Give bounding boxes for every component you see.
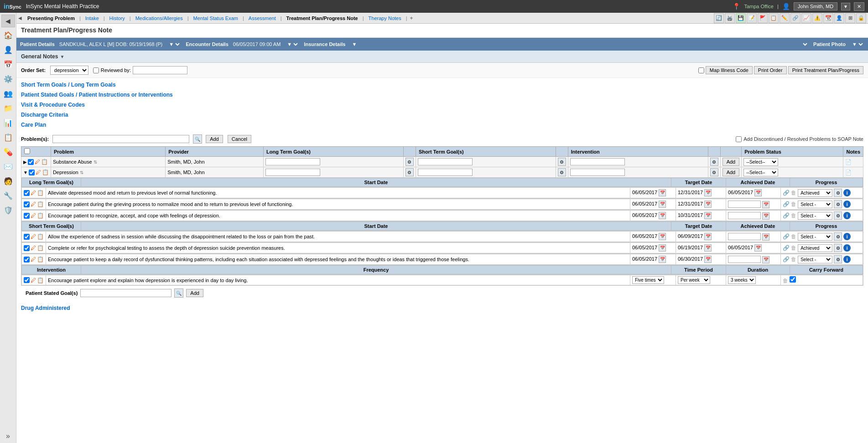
print-order-button[interactable]: Print Order [754, 66, 787, 74]
patient-goals-add-button[interactable]: Add [186, 289, 203, 297]
substance-edit-icon[interactable]: 🖊 [35, 159, 40, 165]
lt-goal3-target-cal[interactable]: 📅 [704, 212, 712, 219]
lt-goal1-edit-icon[interactable]: 🖊 [31, 190, 36, 196]
toolbar-flag-icon[interactable]: 🚩 [758, 13, 768, 23]
tab-intake[interactable]: Intake [82, 15, 103, 22]
patient-goals-search-icon[interactable]: 🔍 [174, 288, 183, 298]
st-goal3-trash-icon[interactable]: 🗑 [791, 256, 796, 263]
sidebar-shield-icon[interactable]: 🛡️ [2, 204, 15, 216]
sidebar-home-icon[interactable]: 🏠 [2, 29, 15, 41]
st-goal2-edit-icon[interactable]: 🖊 [31, 245, 36, 251]
toolbar-calendar2-icon[interactable]: 📆 [823, 13, 833, 23]
depression-intervention-input[interactable] [570, 169, 625, 176]
sidebar-gear-icon[interactable]: ⚙️ [2, 72, 15, 85]
depression-status-select[interactable]: --Select-- Achieved In Progress [743, 169, 778, 176]
nav-care-plan[interactable]: Care Plan [21, 122, 863, 128]
int1-carry-checkbox[interactable] [790, 276, 796, 283]
substance-lt-goal-cell[interactable] [264, 157, 404, 167]
discontinued-checkbox[interactable] [736, 136, 742, 142]
toolbar-chart2-icon[interactable]: 📈 [801, 13, 811, 23]
lt-goal3-copy-icon[interactable]: 📋 [37, 212, 44, 219]
depression-expand-icon[interactable]: ▼ [23, 170, 28, 175]
st-goal3-info-icon[interactable]: i [843, 256, 851, 263]
depression-lt-gear-icon[interactable]: ⚙ [405, 168, 414, 176]
int1-trash-icon[interactable]: 🗑 [783, 278, 788, 284]
st-goal3-gear-icon[interactable]: ⚙ [834, 255, 842, 263]
lt-goal3-link-icon[interactable]: 🔗 [783, 212, 790, 219]
st-goal1-start-cal[interactable]: 📅 [659, 233, 666, 240]
toolbar-lock-icon[interactable]: 🔒 [856, 13, 866, 23]
st-goal1-achieved-cal[interactable]: 📅 [762, 233, 769, 241]
sidebar-person2-icon[interactable]: 🧑 [2, 175, 15, 187]
st-goal3-start-cal[interactable]: 📅 [659, 256, 666, 263]
lt-goal2-achieved-input[interactable] [728, 201, 761, 208]
st-goal3-copy-icon[interactable]: 📋 [37, 256, 44, 263]
lt-goal3-edit-icon[interactable]: 🖊 [31, 212, 36, 219]
sidebar-settings-icon[interactable]: 🔧 [2, 189, 15, 202]
map-illness-button[interactable]: Map Illness Code [706, 66, 753, 74]
lt-goal1-achieved-cal[interactable]: 📅 [754, 189, 762, 196]
st-goal1-target-cal[interactable]: 📅 [704, 233, 712, 240]
tab-medications[interactable]: Medications/Allergies [132, 15, 187, 22]
depression-lt-goal-input[interactable] [265, 169, 320, 176]
problems-cancel-button[interactable]: Cancel [228, 135, 251, 143]
int1-copy-icon[interactable]: 📋 [37, 277, 44, 283]
st-goal3-checkbox[interactable] [24, 257, 30, 263]
toolbar-refresh-icon[interactable]: 🔄 [714, 13, 724, 23]
sidebar-mail-icon[interactable]: ✉️ [2, 160, 15, 173]
toolbar-copy-icon[interactable]: 📋 [769, 13, 779, 23]
lt-goal1-start-cal[interactable]: 📅 [659, 189, 666, 196]
substance-lt-gear-icon[interactable]: ⚙ [405, 158, 414, 166]
depression-st-gear-icon[interactable]: ⚙ [558, 168, 566, 176]
int1-frequency-select[interactable]: Five times Once Twice [632, 276, 664, 284]
int1-checkbox[interactable] [24, 277, 30, 283]
st-goal3-achieved-cal[interactable]: 📅 [762, 256, 769, 263]
problems-search-input[interactable] [52, 135, 189, 143]
patient-photo-dropdown[interactable]: ▼ [850, 41, 864, 47]
lt-goal3-gear-icon[interactable]: ⚙ [834, 211, 842, 220]
select-all-checkbox[interactable] [24, 148, 30, 154]
close-window-button[interactable]: ✕ [854, 2, 864, 11]
toolbar-link-icon[interactable]: 🔗 [790, 13, 800, 23]
user-dropdown-button[interactable]: ▼ [841, 3, 850, 10]
lt-goal2-checkbox[interactable] [24, 201, 30, 207]
sidebar-calendar-icon[interactable]: 📅 [2, 58, 15, 71]
toolbar-note-icon[interactable]: 📝 [747, 13, 757, 23]
lt-goal2-progress-select[interactable]: Select - Achieved In Progress [798, 201, 832, 208]
depression-int-gear-icon[interactable]: ⚙ [710, 168, 718, 176]
lt-goal1-copy-icon[interactable]: 📋 [37, 190, 44, 196]
problems-search-icon-btn[interactable]: 🔍 [193, 134, 202, 144]
st-goal1-progress-select[interactable]: Select - Achieved In Progress [798, 233, 832, 241]
sidebar-chart-icon[interactable]: 📊 [2, 116, 15, 129]
lt-goal2-copy-icon[interactable]: 📋 [37, 201, 44, 207]
encounter-details-dropdown[interactable]: ▼ [285, 41, 299, 47]
substance-lt-goal-input[interactable] [265, 158, 320, 165]
general-notes-arrow[interactable]: ▼ [60, 54, 64, 59]
reviewed-by-input[interactable] [133, 66, 187, 74]
lt-goal2-target-cal[interactable]: 📅 [704, 201, 712, 208]
lt-goal1-checkbox[interactable] [24, 190, 30, 196]
st-goal3-progress-select[interactable]: Select - Achieved In Progress [798, 256, 832, 263]
toolbar-grid-icon[interactable]: ⊞ [845, 13, 855, 23]
st-goal3-achieved-input[interactable] [728, 256, 761, 263]
st-goal2-progress-select[interactable]: Achieved Select - In Progress [798, 244, 832, 252]
nav-short-long-goals[interactable]: Short Term Goals / Long Term Goals [21, 82, 863, 88]
st-goal2-copy-icon[interactable]: 📋 [37, 245, 44, 251]
tab-add-button[interactable]: + [410, 15, 413, 21]
toolbar-edit-icon[interactable]: ✏️ [780, 13, 790, 23]
lt-goal3-start-cal[interactable]: 📅 [659, 212, 666, 219]
insurance-details-dropdown[interactable]: ▼ [350, 41, 809, 47]
st-goal2-info-icon[interactable]: i [843, 244, 851, 252]
print-treatment-button[interactable]: Print Treatment Plan/Progress [788, 66, 863, 74]
depression-sort-icon[interactable]: ⇅ [80, 170, 83, 175]
substance-checkbox[interactable] [28, 159, 34, 165]
depression-st-goal-input[interactable] [418, 169, 473, 176]
st-goal2-target-cal[interactable]: 📅 [704, 244, 712, 252]
map-illness-checkbox[interactable] [698, 67, 704, 73]
tab-treatment-plan[interactable]: Treatment Plan/Progress Note [283, 15, 362, 22]
st-goal1-trash-icon[interactable]: 🗑 [791, 233, 796, 240]
st-goal3-edit-icon[interactable]: 🖊 [31, 256, 36, 263]
tab-history[interactable]: History [106, 15, 129, 22]
order-set-select[interactable]: depression [50, 66, 88, 75]
lt-goal1-link-icon[interactable]: 🔗 [783, 190, 790, 196]
